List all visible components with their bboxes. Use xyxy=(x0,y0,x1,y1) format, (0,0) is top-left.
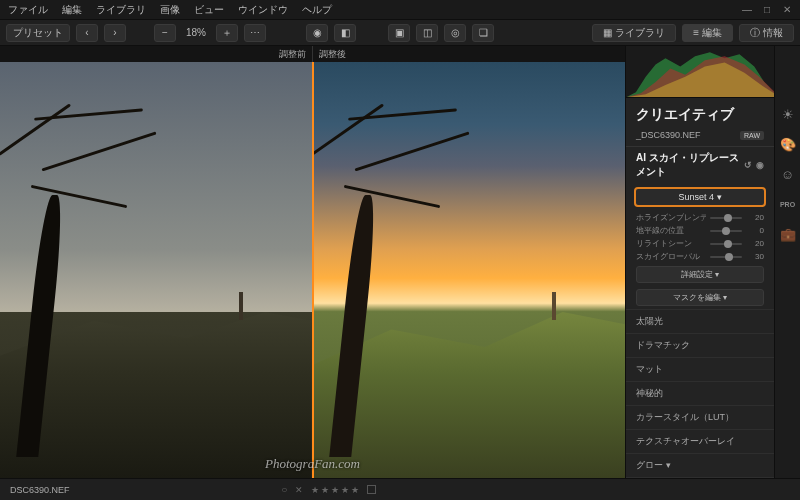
zoom-out-button[interactable]: − xyxy=(154,24,176,42)
info-icon: ⓘ xyxy=(750,26,760,40)
category-mystical[interactable]: 神秘的 xyxy=(626,381,774,405)
slider-relight-scene[interactable]: リライトシーン 20 xyxy=(626,237,774,250)
category-matte[interactable]: マット xyxy=(626,357,774,381)
star-rating[interactable]: ★★★★★ xyxy=(311,485,361,495)
flag-toggle[interactable]: ○ xyxy=(281,484,289,495)
window-maximize-icon[interactable]: □ xyxy=(762,4,772,15)
category-dramatic[interactable]: ドラマチック xyxy=(626,333,774,357)
color-label[interactable] xyxy=(367,485,376,494)
face-icon[interactable]: ☺ xyxy=(780,166,796,182)
tab-info[interactable]: ⓘ情報 xyxy=(739,24,794,42)
menu-window[interactable]: ウインドウ xyxy=(238,3,288,17)
preset-dropdown[interactable]: プリセット xyxy=(6,24,70,42)
visibility-icon[interactable]: ◉ xyxy=(756,160,764,170)
edit-mask-button[interactable]: マスクを編集 ▾ xyxy=(636,289,764,306)
compare-view-icon[interactable]: ◧ xyxy=(334,24,356,42)
tab-library[interactable]: ▦ライブラリ xyxy=(592,24,676,42)
window-minimize-icon[interactable]: — xyxy=(742,4,752,15)
raw-badge: RAW xyxy=(740,131,764,140)
window-close-icon[interactable]: ✕ xyxy=(782,4,792,15)
advanced-settings-button[interactable]: 詳細設定 ▾ xyxy=(636,266,764,283)
after-pane[interactable] xyxy=(312,62,626,478)
layers-icon[interactable]: ❏ xyxy=(472,24,494,42)
sky-preset-dropdown[interactable]: Sunset 4 ▾ xyxy=(634,187,766,207)
menu-file[interactable]: ファイル xyxy=(8,3,48,17)
histogram[interactable] xyxy=(626,46,774,98)
briefcase-icon[interactable]: 💼 xyxy=(780,226,796,242)
tool-sky-replacement-header[interactable]: AI スカイ・リプレースメント ↺◉ xyxy=(626,146,774,183)
edit-panel: クリエイティブ _DSC6390.NEF RAW AI スカイ・リプレースメント… xyxy=(625,46,800,478)
before-pane[interactable] xyxy=(0,62,312,478)
menu-image[interactable]: 画像 xyxy=(160,3,180,17)
menu-bar: ファイル 編集 ライブラリ 画像 ビュー ウインドウ ヘルプ — □ ✕ xyxy=(0,0,800,20)
panel-title: クリエイティブ xyxy=(626,98,774,128)
label-after: 調整後 xyxy=(313,46,625,62)
category-glow[interactable]: グロー ▾ xyxy=(626,453,774,477)
tool-category-strip: ☀ 🎨 ☺ PRO 💼 xyxy=(774,46,800,478)
label-before: 調整前 xyxy=(0,46,313,62)
slider-horizon-position[interactable]: 地平線の位置 0 xyxy=(626,224,774,237)
filename-label: _DSC6390.NEF xyxy=(636,130,701,140)
category-sunlight[interactable]: 太陽光 xyxy=(626,309,774,333)
prev-preset-button[interactable]: ‹ xyxy=(76,24,98,42)
crop-icon[interactable]: ▣ xyxy=(388,24,410,42)
next-preset-button[interactable]: › xyxy=(104,24,126,42)
erase-icon[interactable]: ◫ xyxy=(416,24,438,42)
pro-icon[interactable]: PRO xyxy=(780,196,796,212)
menu-help[interactable]: ヘルプ xyxy=(302,3,332,17)
menu-view[interactable]: ビュー xyxy=(194,3,224,17)
category-texture-overlay[interactable]: テクスチャオーバーレイ xyxy=(626,429,774,453)
library-icon: ▦ xyxy=(603,27,612,38)
clone-icon[interactable]: ◎ xyxy=(444,24,466,42)
chevron-down-icon: ▾ xyxy=(714,192,722,202)
status-bar: DSC6390.NEF ○ ✕ ★★★★★ xyxy=(0,478,800,500)
eye-icon[interactable]: ◉ xyxy=(306,24,328,42)
menu-library[interactable]: ライブラリ xyxy=(96,3,146,17)
slider-sky-global[interactable]: スカイグローバル 30 xyxy=(626,250,774,263)
status-filename: DSC6390.NEF xyxy=(10,485,70,495)
toolbar: プリセット ‹ › − 18% ＋ ⋯ ◉ ◧ ▣ ◫ ◎ ❏ ▦ライブラリ ≡… xyxy=(0,20,800,46)
image-viewer: 調整前 調整後 PhotograFan.com xyxy=(0,46,625,478)
menu-edit[interactable]: 編集 xyxy=(62,3,82,17)
palette-icon[interactable]: 🎨 xyxy=(780,136,796,152)
slider-horizon-blending[interactable]: ホライズンブレンディング 20 xyxy=(626,211,774,224)
sun-icon[interactable]: ☀ xyxy=(780,106,796,122)
reset-icon[interactable]: ↺ xyxy=(744,160,752,170)
zoom-menu-button[interactable]: ⋯ xyxy=(244,24,266,42)
watermark: PhotograFan.com xyxy=(265,456,360,472)
sliders-icon: ≡ xyxy=(693,27,699,38)
reject-toggle[interactable]: ✕ xyxy=(295,485,305,495)
zoom-percent: 18% xyxy=(182,27,210,38)
category-lut[interactable]: カラースタイル（LUT） xyxy=(626,405,774,429)
tab-edit[interactable]: ≡編集 xyxy=(682,24,733,42)
zoom-in-button[interactable]: ＋ xyxy=(216,24,238,42)
